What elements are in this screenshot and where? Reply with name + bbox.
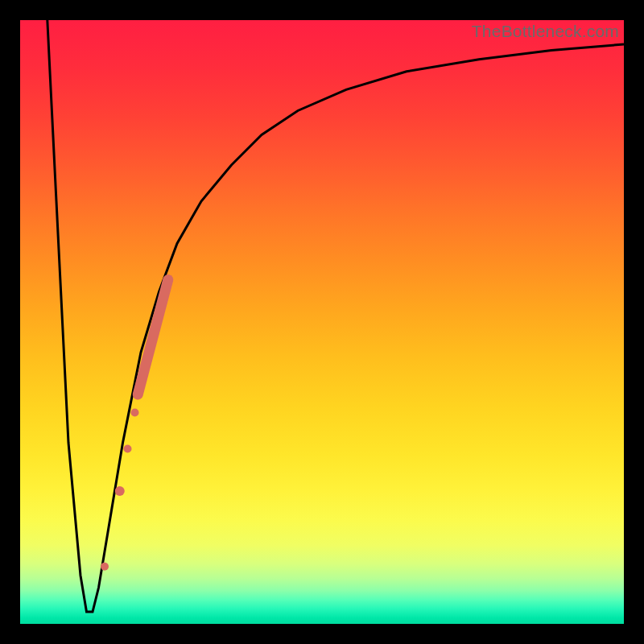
dot-2 — [115, 486, 125, 496]
dot-4 — [131, 409, 139, 417]
chart-frame: TheBottleneck.com — [0, 0, 644, 644]
chart-svg — [20, 20, 624, 624]
highlight-stroke — [138, 280, 168, 395]
dot-1 — [101, 563, 109, 571]
bottleneck-curve — [47, 20, 624, 612]
plot-area: TheBottleneck.com — [20, 20, 624, 624]
dot-3 — [124, 445, 132, 453]
